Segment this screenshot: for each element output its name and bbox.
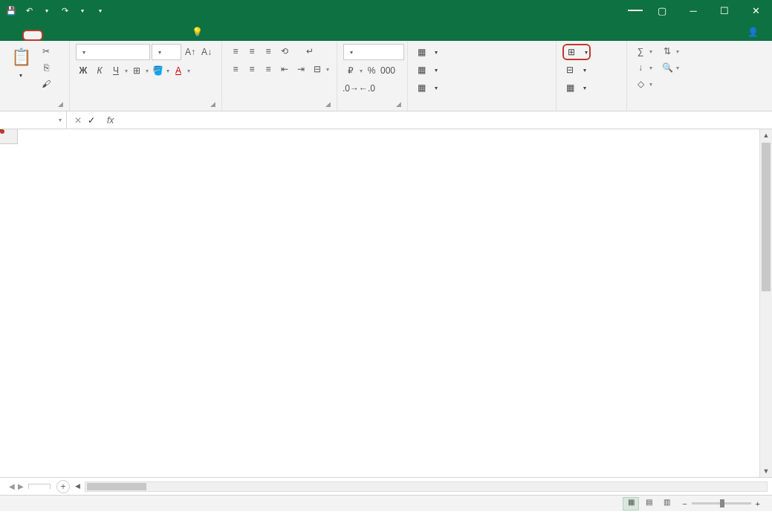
dialog-launcher-icon[interactable]: ◢	[210, 100, 215, 108]
bold-icon[interactable]: Ж	[76, 63, 91, 78]
copy-icon[interactable]: ⎘	[39, 60, 53, 75]
merge-icon[interactable]: ⊟	[310, 62, 325, 77]
tab-data[interactable]	[97, 33, 114, 41]
align-bottom-icon[interactable]: ≡	[261, 44, 276, 59]
increase-indent-icon[interactable]: ⇥	[293, 62, 308, 77]
add-sheet-button[interactable]: +	[56, 480, 70, 493]
maximize-icon[interactable]: ☐	[713, 5, 736, 16]
currency-icon[interactable]: ₽	[343, 63, 358, 78]
tab-layout[interactable]	[61, 33, 79, 41]
confirm-formula-icon[interactable]: ✓	[88, 115, 95, 126]
zoom-in-icon[interactable]: +	[756, 499, 760, 508]
tab-formulas[interactable]	[79, 33, 97, 41]
tab-review[interactable]	[114, 33, 132, 41]
cancel-formula-icon[interactable]: ✕	[74, 115, 82, 126]
fill-icon[interactable]: ↓	[633, 60, 648, 75]
minimize-icon[interactable]: ─	[681, 5, 705, 16]
tab-developer[interactable]	[150, 33, 168, 41]
tab-file[interactable]	[4, 33, 22, 41]
undo-icon[interactable]: ↶	[22, 4, 36, 17]
fill-color-icon[interactable]: 🪣	[150, 63, 165, 78]
cell-styles-icon: ▦	[415, 82, 427, 94]
dialog-launcher-icon[interactable]: ◢	[58, 100, 63, 108]
cell-styles-button[interactable]: ▦▾	[414, 80, 439, 96]
decrease-decimal-icon[interactable]: ←.0	[360, 81, 374, 96]
decrease-indent-icon[interactable]: ⇤	[277, 62, 292, 77]
vertical-scrollbar[interactable]: ▲ ▼	[759, 129, 772, 477]
align-right-icon[interactable]: ≡	[261, 62, 276, 77]
tell-me-search[interactable]: 💡	[186, 23, 212, 41]
undo-dropdown[interactable]: ▾	[40, 4, 53, 17]
qat-customize[interactable]: ▾	[94, 4, 107, 17]
autosum-icon[interactable]: ∑	[633, 44, 648, 59]
select-all-corner[interactable]	[0, 129, 18, 144]
zoom-slider[interactable]	[692, 502, 751, 505]
find-icon[interactable]: 🔍	[660, 60, 675, 75]
paste-button[interactable]: 📋 ▾	[6, 44, 36, 80]
close-icon[interactable]: ✕	[744, 5, 768, 16]
format-as-table-button[interactable]: ▦▾	[414, 62, 439, 78]
page-break-view-icon[interactable]: ▥	[658, 497, 675, 510]
normal-view-icon[interactable]: ▦	[623, 497, 639, 510]
fx-icon[interactable]: fx	[103, 115, 118, 126]
percent-icon[interactable]: %	[364, 63, 379, 78]
page-layout-view-icon[interactable]: ▤	[640, 497, 657, 510]
delete-icon: ⊟	[564, 64, 576, 76]
ribbon: 📋 ▾ ✂ ⎘ 🖌 ◢ ▾ ▾ A↑ A↓ Ж К Ч ▾	[0, 41, 772, 111]
cond-format-icon: ▦	[415, 46, 427, 58]
redo-dropdown[interactable]: ▾	[76, 4, 89, 17]
person-icon: 👤	[747, 27, 759, 37]
cut-icon[interactable]: ✂	[39, 44, 53, 59]
horizontal-scrollbar[interactable]: ◀ ▶	[85, 481, 768, 492]
dialog-launcher-icon[interactable]: ◢	[325, 100, 331, 108]
scroll-down-icon[interactable]: ▼	[760, 465, 772, 477]
align-center-icon[interactable]: ≡	[244, 62, 259, 77]
format-cells-button[interactable]: ▦▾	[562, 80, 591, 96]
align-top-icon[interactable]: ≡	[228, 44, 243, 59]
italic-icon[interactable]: К	[92, 63, 107, 78]
tab-help[interactable]	[168, 33, 186, 41]
sheet-nav-prev-icon[interactable]: ◀	[9, 482, 15, 490]
scroll-thumb[interactable]	[762, 143, 771, 291]
tab-insert[interactable]	[43, 33, 61, 41]
sheet-tab[interactable]	[28, 484, 51, 489]
format-painter-icon[interactable]: 🖌	[39, 77, 53, 91]
hscroll-thumb[interactable]	[87, 483, 146, 490]
font-size-combo[interactable]: ▾	[152, 44, 181, 60]
number-format-combo[interactable]: ▾	[343, 44, 404, 60]
redo-icon[interactable]: ↷	[58, 4, 71, 17]
border-icon[interactable]: ⊞	[129, 63, 144, 78]
zoom-out-icon[interactable]: −	[682, 499, 687, 508]
name-box[interactable]: ▾	[0, 111, 67, 129]
conditional-format-button[interactable]: ▦▾	[414, 44, 439, 60]
font-color-icon[interactable]: А	[171, 63, 186, 78]
scroll-left-icon[interactable]: ◀	[75, 482, 80, 490]
tab-home[interactable]	[22, 30, 43, 41]
underline-icon[interactable]: Ч	[108, 63, 123, 78]
dialog-launcher-icon[interactable]: ◢	[396, 100, 401, 108]
font-name-combo[interactable]: ▾	[76, 44, 150, 60]
clear-icon[interactable]: ◇	[633, 77, 648, 91]
decrease-font-icon[interactable]: A↓	[199, 45, 214, 59]
format-icon: ▦	[564, 82, 576, 94]
insert-icon: ⊞	[565, 46, 577, 58]
delete-cells-button[interactable]: ⊟▾	[562, 62, 591, 78]
comma-icon[interactable]: 000	[380, 63, 395, 78]
share-button[interactable]: 👤	[742, 23, 768, 41]
group-clipboard: ◢	[6, 106, 63, 109]
insert-cells-button[interactable]: ⊞▾	[562, 44, 591, 60]
sheet-nav-next-icon[interactable]: ▶	[18, 482, 24, 490]
ribbon-display-icon[interactable]: ▢	[650, 5, 674, 16]
orientation-icon[interactable]: ⟲	[277, 44, 292, 59]
align-middle-icon[interactable]: ≡	[244, 44, 259, 59]
sort-filter-icon[interactable]: ⇅	[660, 44, 675, 59]
login-button[interactable]	[628, 10, 643, 11]
increase-decimal-icon[interactable]: .0→	[343, 81, 358, 96]
align-left-icon[interactable]: ≡	[228, 62, 243, 77]
tab-view[interactable]	[132, 33, 150, 41]
save-icon[interactable]: 💾	[4, 4, 18, 17]
increase-font-icon[interactable]: A↑	[183, 45, 198, 59]
group-font: ◢	[76, 106, 215, 109]
scroll-up-icon[interactable]: ▲	[760, 129, 772, 141]
wrap-text-icon[interactable]: ↵	[302, 44, 317, 59]
